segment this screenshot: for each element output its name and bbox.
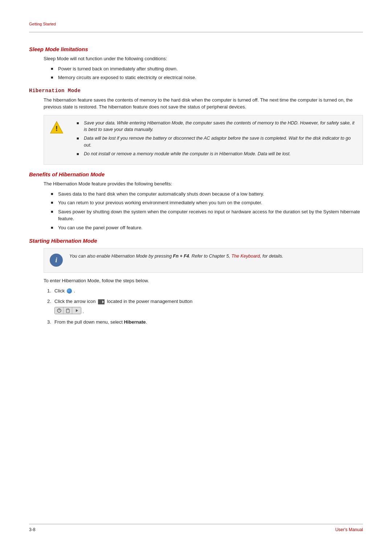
starting-intro: To enter Hibernation Mode, follow the st…: [44, 277, 363, 284]
step-3: 3. From the pull down menu, select Hiber…: [44, 319, 363, 326]
warning-triangle-icon: !: [50, 120, 64, 134]
header-section: Getting Started: [0, 0, 392, 32]
steps-list: 1. Click . 2. Click the arrow icon locat…: [44, 287, 363, 326]
start-button-icon: [67, 288, 72, 294]
benefits-bullets: Saves data to the hard disk when the com…: [44, 190, 363, 231]
page-container: Getting Started Sleep Mode limitations S…: [0, 0, 392, 554]
warning-bullets: Save your data. While entering Hibernati…: [69, 120, 357, 157]
list-item: Saves data to the hard disk when the com…: [51, 190, 363, 198]
hibernate-label: Hibernate: [124, 319, 146, 325]
starting-section: i You can also enable Hibernation Mode b…: [29, 248, 363, 326]
list-item: Do not install or remove a memory module…: [77, 151, 357, 157]
hibernation-mode-intro: The hibernation feature saves the conten…: [44, 97, 363, 111]
arrow-icon: [98, 299, 105, 304]
warning-icon-container: !: [50, 120, 64, 135]
list-item: Power is turned back on immediately afte…: [51, 65, 363, 73]
info-note-text: You can also enable Hibernation Mode by …: [69, 253, 357, 260]
info-icon-container: i: [50, 254, 64, 268]
list-item: Saves power by shutting down the system …: [51, 208, 363, 222]
list-item: You can return to your previous working …: [51, 199, 363, 206]
list-item: You can use the panel power off feature.: [51, 224, 363, 231]
info-icon: i: [50, 254, 63, 267]
step-1: 1. Click .: [44, 287, 363, 295]
manual-title: User's Manual: [335, 527, 363, 532]
svg-text:!: !: [56, 124, 58, 132]
footer-section: 3-8 User's Manual: [0, 524, 392, 532]
power-btn-1: [55, 307, 64, 314]
footer-divider: [29, 524, 363, 524]
sleep-mode-title: Sleep Mode limitations: [29, 46, 363, 52]
starting-title: Starting Hibernation Mode: [29, 238, 363, 244]
info-content: You can also enable Hibernation Mode by …: [69, 253, 357, 263]
keyboard-link[interactable]: The Keyboard: [231, 254, 260, 259]
sleep-mode-section: Sleep Mode will not function under the f…: [29, 55, 363, 81]
list-item: Save your data. While entering Hibernati…: [77, 120, 357, 134]
sleep-mode-intro: Sleep Mode will not function under the f…: [44, 55, 363, 62]
step2-text: Click the arrow icon located in the powe…: [54, 299, 192, 304]
main-content: Sleep Mode limitations Sleep Mode will n…: [0, 32, 392, 358]
sleep-mode-bullets: Power is turned back on immediately afte…: [44, 65, 363, 81]
warning-box: ! Save your data. While entering Hiberna…: [44, 115, 363, 165]
list-item: Memory circuits are exposed to static el…: [51, 74, 363, 81]
svg-marker-9: [76, 309, 78, 312]
hibernation-mode-section: The hibernation feature saves the conten…: [29, 97, 363, 165]
hibernation-mode-title: Hibernation Mode: [29, 88, 363, 94]
power-management-bar: [54, 307, 81, 314]
list-item: Data will be lost if you remove the batt…: [77, 135, 357, 149]
breadcrumb: Getting Started: [29, 22, 363, 26]
footer-content: 3-8 User's Manual: [29, 527, 363, 532]
benefits-intro: The Hibernation Mode feature provides th…: [44, 180, 363, 188]
benefits-title: Benefits of Hibernation Mode: [29, 171, 363, 177]
power-btn-3: [72, 307, 81, 314]
step-2: 2. Click the arrow icon located in the p…: [44, 298, 363, 315]
page-number: 3-8: [29, 527, 35, 532]
info-box: i You can also enable Hibernation Mode b…: [44, 248, 363, 273]
power-btn-2: [64, 307, 72, 314]
benefits-section: The Hibernation Mode feature provides th…: [29, 180, 363, 231]
warning-content: Save your data. While entering Hibernati…: [69, 120, 357, 160]
svg-rect-6: [66, 309, 69, 313]
